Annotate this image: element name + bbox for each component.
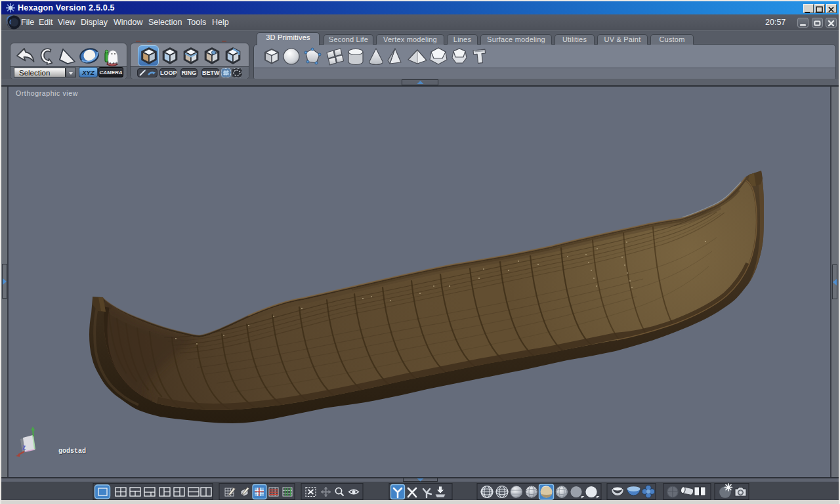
svg-text:z: z <box>22 443 26 451</box>
